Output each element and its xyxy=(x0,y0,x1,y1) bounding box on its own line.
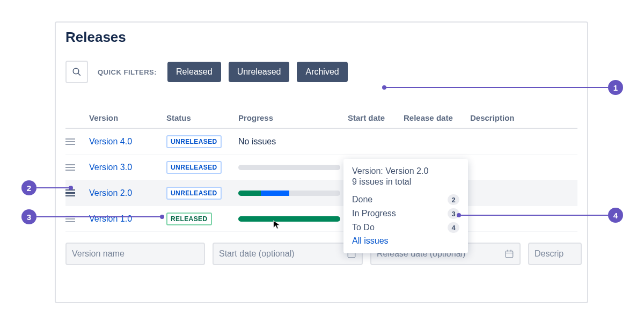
create-version-row: Version name Start date (optional) Relea… xyxy=(65,243,577,265)
version-name-input[interactable]: Version name xyxy=(65,243,205,265)
placeholder: Start date (optional) xyxy=(219,249,295,259)
filter-released[interactable]: Released xyxy=(167,62,221,82)
annotation-line xyxy=(36,187,70,188)
progress-text: No issues xyxy=(238,137,346,147)
progress-bar[interactable] xyxy=(238,165,340,170)
col-version: Version xyxy=(89,113,164,122)
col-status: Status xyxy=(166,113,236,122)
filter-unreleased[interactable]: Unreleased xyxy=(229,62,290,82)
quick-filter-bar: QUICK FILTERS: Released Unreleased Archi… xyxy=(65,61,577,83)
annotation-2: 2 xyxy=(21,180,36,195)
popover-row-count: 2 xyxy=(448,194,459,205)
popover-row: Done 2 xyxy=(352,194,459,205)
drag-handle-icon[interactable] xyxy=(65,189,75,197)
version-link[interactable]: Version 1.0 xyxy=(89,214,164,224)
popover-row-count: 4 xyxy=(448,222,459,233)
progress-bar[interactable] xyxy=(238,216,340,222)
start-date-input[interactable]: Start date (optional) xyxy=(213,243,363,265)
annotation-line xyxy=(458,215,608,216)
col-release-date: Release date xyxy=(404,113,468,122)
annotation-1: 1 xyxy=(608,80,623,95)
status-badge: RELEASED xyxy=(166,213,212,225)
annotation-line xyxy=(36,216,161,217)
all-issues-link[interactable]: All issues xyxy=(352,236,459,246)
annotation-dot xyxy=(69,186,73,190)
placeholder: Descrip xyxy=(535,249,564,259)
svg-rect-6 xyxy=(506,251,513,258)
annotation-dot xyxy=(382,85,386,90)
popover-row-label: In Progress xyxy=(352,209,396,218)
popover-row: In Progress 3 xyxy=(352,208,459,219)
popover-row: To Do 4 xyxy=(352,222,459,233)
popover-row-label: Done xyxy=(352,195,372,204)
releases-panel: Releases QUICK FILTERS: Released Unrelea… xyxy=(55,21,588,303)
filter-archived[interactable]: Archived xyxy=(297,62,347,82)
progress-popover: Version: Version 2.0 9 issues in total D… xyxy=(343,159,468,253)
popover-title: Version: Version 2.0 xyxy=(352,166,459,176)
drag-handle-icon[interactable] xyxy=(65,164,75,171)
quick-filters-label: QUICK FILTERS: xyxy=(98,68,157,76)
version-link[interactable]: Version 4.0 xyxy=(89,137,164,147)
description-input[interactable]: Descrip xyxy=(528,243,582,265)
table-row[interactable]: Version 2.0 UNRELEASED xyxy=(65,180,577,206)
annotation-3: 3 xyxy=(21,209,36,224)
version-link[interactable]: Version 3.0 xyxy=(89,163,164,172)
popover-subtitle: 9 issues in total xyxy=(352,177,459,187)
progress-bar[interactable] xyxy=(238,191,340,196)
drag-handle-icon[interactable] xyxy=(65,138,75,145)
table-row[interactable]: Version 4.0 UNRELEASED No issues xyxy=(65,129,577,155)
svg-point-0 xyxy=(73,68,79,74)
page-title: Releases xyxy=(65,29,577,46)
annotation-dot xyxy=(160,215,164,219)
col-progress: Progress xyxy=(238,113,346,122)
status-badge: UNRELEASED xyxy=(166,187,222,200)
search-button[interactable] xyxy=(65,61,88,83)
table-header: Version Status Progress Start date Relea… xyxy=(65,113,577,129)
annotation-line xyxy=(384,87,608,88)
svg-line-1 xyxy=(78,73,80,76)
table-row[interactable]: Version 1.0 RELEASED xyxy=(65,206,577,232)
status-badge: UNRELEASED xyxy=(166,135,222,148)
col-start-date: Start date xyxy=(348,113,401,122)
annotation-4: 4 xyxy=(608,208,623,223)
table-row[interactable]: Version 3.0 UNRELEASED xyxy=(65,155,577,180)
calendar-icon xyxy=(504,249,514,259)
placeholder: Version name xyxy=(72,249,125,259)
col-description: Description xyxy=(470,113,535,122)
version-link[interactable]: Version 2.0 xyxy=(89,188,164,198)
search-icon xyxy=(72,67,82,77)
popover-row-label: To Do xyxy=(352,223,375,232)
versions-table: Version Status Progress Start date Relea… xyxy=(65,113,577,265)
annotation-dot xyxy=(457,213,461,217)
status-badge: UNRELEASED xyxy=(166,161,222,174)
mouse-cursor-icon xyxy=(273,219,281,230)
